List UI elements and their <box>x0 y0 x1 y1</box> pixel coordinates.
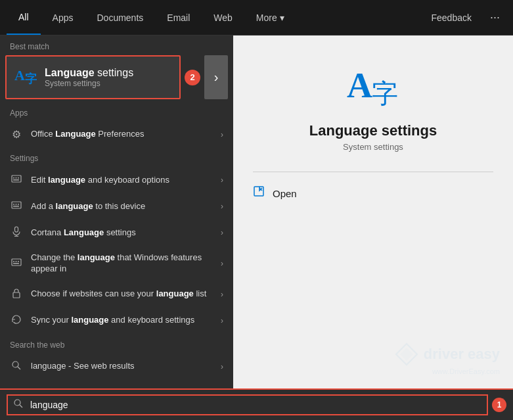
svg-line-28 <box>20 405 22 408</box>
main-container: Best match A 字 Language settings System … <box>0 35 513 388</box>
sync-language-item[interactable]: Sync your language and keyboard settings… <box>0 308 233 334</box>
chevron-icon-3: › <box>221 202 223 211</box>
nav-feedback[interactable]: Feedback <box>420 12 483 23</box>
web-section-label: Search the web <box>0 334 233 354</box>
keyboard-icon-3 <box>10 257 23 270</box>
cortana-language-text: Cortana Language settings <box>31 227 221 239</box>
mic-icon <box>10 226 23 239</box>
add-language-text: Add a language to this device <box>31 201 221 212</box>
top-nav: All Apps Documents Email Web More ▾ Feed… <box>0 0 513 35</box>
best-match-container: A 字 Language settings System settings 2 … <box>5 55 228 99</box>
settings-section-label: Settings <box>0 147 233 167</box>
chevron-icon-8: › <box>221 362 223 371</box>
search-bar: 1 <box>0 388 513 420</box>
chevron-icon-7: › <box>221 316 223 325</box>
office-language-text: Office Language Preferences <box>31 129 221 140</box>
change-language-text: Change the language that Windows feature… <box>31 252 221 275</box>
search-icon <box>10 360 23 373</box>
sync-icon <box>10 314 23 327</box>
edit-language-item[interactable]: Edit language and keyboard options › <box>0 167 233 193</box>
nav-documents[interactable]: Documents <box>85 0 155 35</box>
svg-text:字: 字 <box>25 72 37 85</box>
nav-more[interactable]: More ▾ <box>244 0 296 35</box>
nav-more-dots[interactable]: ··· <box>483 11 506 24</box>
svg-rect-11 <box>13 206 19 207</box>
watermark: driver easy www.DriverEasy.com <box>393 341 500 375</box>
svg-rect-6 <box>13 179 19 181</box>
right-language-icon: A 字 <box>347 62 399 112</box>
svg-rect-10 <box>18 204 19 205</box>
add-language-item[interactable]: Add a language to this device › <box>0 193 233 220</box>
office-icon: ⚙ <box>10 128 23 141</box>
keyboard-icon-1 <box>10 174 23 187</box>
svg-rect-7 <box>12 202 21 208</box>
best-match-label: Best match <box>0 35 233 55</box>
websites-language-item[interactable]: Choose if websites can use your language… <box>0 281 233 308</box>
svg-rect-18 <box>18 261 19 262</box>
right-panel: A 字 Language settings System settings Op… <box>233 35 513 388</box>
svg-rect-3 <box>13 177 14 179</box>
open-button[interactable]: Open <box>253 185 297 202</box>
best-match-subtitle: System settings <box>45 79 133 88</box>
svg-rect-4 <box>16 177 17 179</box>
websites-language-text: Choose if websites can use your language… <box>31 289 221 300</box>
svg-text:字: 字 <box>372 79 398 108</box>
svg-line-22 <box>18 367 20 369</box>
search-input[interactable] <box>30 400 481 410</box>
badge-2: 2 <box>185 70 200 85</box>
chevron-icon-5: › <box>221 259 223 268</box>
best-match-title: Language settings <box>45 67 133 79</box>
nav-all[interactable]: All <box>7 0 41 35</box>
svg-rect-19 <box>13 263 19 264</box>
office-language-item[interactable]: ⚙ Office Language Preferences › <box>0 122 233 147</box>
edit-language-text: Edit language and keyboard options <box>31 175 221 186</box>
divider <box>253 172 493 172</box>
svg-rect-5 <box>18 177 19 179</box>
best-match-title-highlight: Language <box>45 67 95 78</box>
svg-rect-9 <box>16 204 17 205</box>
left-panel: Best match A 字 Language settings System … <box>0 35 233 388</box>
nav-web[interactable]: Web <box>202 0 244 35</box>
svg-text:A: A <box>14 67 25 83</box>
svg-rect-20 <box>13 292 20 298</box>
chevron-icon: › <box>221 130 223 139</box>
apps-section-label: Apps <box>0 102 233 122</box>
nav-apps[interactable]: Apps <box>41 0 85 35</box>
open-label: Open <box>273 188 297 199</box>
svg-rect-12 <box>15 227 18 232</box>
keyboard-icon-2 <box>10 200 23 213</box>
svg-rect-2 <box>12 175 21 182</box>
open-icon <box>253 185 266 202</box>
right-title: Language settings <box>309 122 437 139</box>
svg-rect-26 <box>254 192 263 197</box>
lock-icon <box>10 288 23 301</box>
svg-point-21 <box>12 362 18 367</box>
nav-email[interactable]: Email <box>155 0 202 35</box>
svg-point-27 <box>14 400 20 406</box>
web-language-text: language - See web results <box>31 361 221 372</box>
best-match-title-post: settings <box>95 67 134 78</box>
chevron-icon-4: › <box>221 228 223 237</box>
web-language-item[interactable]: language - See web results › <box>0 354 233 380</box>
search-bar-icon <box>13 398 24 411</box>
sync-language-text: Sync your language and keyboard settings <box>31 315 221 326</box>
best-match-arrow-button[interactable]: › <box>204 55 228 99</box>
language-settings-icon: A 字 <box>13 63 37 91</box>
chevron-icon-6: › <box>221 290 223 299</box>
right-subtitle: System settings <box>343 142 403 152</box>
svg-rect-15 <box>12 259 21 266</box>
best-match-item[interactable]: A 字 Language settings System settings <box>5 55 181 99</box>
best-match-text: Language settings System settings <box>45 67 133 88</box>
change-language-item[interactable]: Change the language that Windows feature… <box>0 246 233 281</box>
search-badge: 1 <box>492 398 506 412</box>
chevron-icon-2: › <box>221 175 223 185</box>
svg-rect-16 <box>13 261 14 262</box>
svg-rect-8 <box>13 204 14 205</box>
svg-rect-17 <box>16 261 17 262</box>
svg-text:A: A <box>347 66 372 105</box>
cortana-language-item[interactable]: Cortana Language settings › <box>0 220 233 246</box>
